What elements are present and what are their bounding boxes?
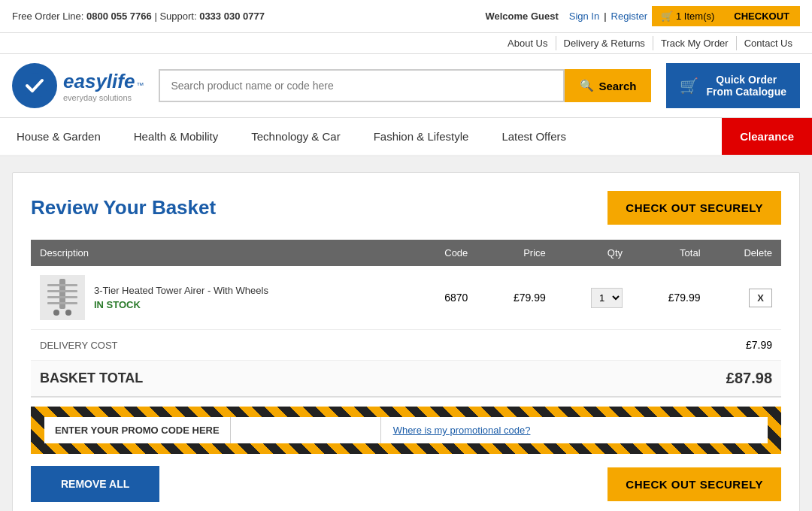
delivery-label: DELIVERY COST bbox=[31, 330, 632, 361]
logo-wrapper: easylife ™ everyday solutions bbox=[12, 63, 144, 108]
basket-container: Review Your Basket CHECK OUT SECURELY De… bbox=[12, 172, 800, 511]
col-code: Code bbox=[413, 240, 477, 266]
product-cell: 3-Tier Heated Tower Airer - With Wheels … bbox=[31, 266, 413, 330]
main-nav: House & Garden Health & Mobility Technol… bbox=[0, 118, 812, 157]
logo-icon bbox=[12, 63, 57, 108]
clearance-button[interactable]: Clearance bbox=[722, 118, 812, 155]
logo-text-area: easylife ™ everyday solutions bbox=[63, 70, 144, 102]
product-info: 3-Tier Heated Tower Airer - With Wheels … bbox=[40, 275, 404, 320]
support-phone: 0333 030 0777 bbox=[199, 11, 265, 22]
promo-inner: ENTER YOUR PROMO CODE HERE Where is my p… bbox=[44, 417, 768, 443]
col-total: Total bbox=[632, 240, 710, 266]
logo-brand: easylife bbox=[63, 70, 135, 93]
promo-section: ENTER YOUR PROMO CODE HERE Where is my p… bbox=[31, 407, 781, 454]
col-qty: Qty bbox=[555, 240, 632, 266]
top-bar: Free Order Line: 0800 055 7766 | Support… bbox=[0, 0, 812, 33]
quick-order-button[interactable]: 🛒 Quick OrderFrom Catalogue bbox=[666, 63, 800, 108]
welcome-text: Welcome Guest bbox=[485, 11, 558, 22]
quick-order-cart-icon: 🛒 bbox=[680, 77, 698, 95]
col-price: Price bbox=[477, 240, 555, 266]
promo-code-label: ENTER YOUR PROMO CODE HERE bbox=[44, 417, 230, 443]
contact-us-link[interactable]: Contact Us bbox=[737, 36, 800, 50]
product-details: 3-Tier Heated Tower Airer - With Wheels … bbox=[94, 285, 268, 310]
total-row: BASKET TOTAL £87.98 bbox=[31, 361, 781, 398]
logo-tagline: everyday solutions bbox=[63, 93, 144, 102]
basket-total-amount: £87.98 bbox=[632, 361, 781, 398]
product-code-cell: 6870 bbox=[413, 266, 477, 330]
svg-rect-4 bbox=[47, 290, 77, 292]
svg-rect-3 bbox=[47, 284, 77, 286]
promo-help-link[interactable]: Where is my promotional code? bbox=[380, 417, 543, 443]
track-order-link[interactable]: Track My Order bbox=[653, 36, 737, 50]
col-description: Description bbox=[31, 240, 413, 266]
basket-table: Description Code Price Qty Total Delete bbox=[31, 240, 781, 398]
promo-code-input[interactable] bbox=[230, 417, 380, 443]
nav-latest-offers[interactable]: Latest Offers bbox=[485, 118, 583, 155]
basket-total-label: BASKET TOTAL bbox=[31, 361, 632, 398]
quantity-select[interactable]: 1 2 3 4 5 bbox=[591, 288, 623, 308]
delete-item-button[interactable]: X bbox=[749, 289, 772, 307]
delivery-cost: £7.99 bbox=[632, 330, 781, 361]
remove-all-button[interactable]: REMOVE ALL bbox=[31, 466, 159, 502]
sign-in-link[interactable]: Sign In bbox=[569, 11, 599, 22]
product-image bbox=[40, 275, 85, 320]
about-us-link[interactable]: About Us bbox=[500, 36, 556, 50]
product-price-cell: £79.99 bbox=[477, 266, 555, 330]
svg-rect-6 bbox=[47, 302, 77, 304]
basket-area[interactable]: 🛒 1 Item(s) bbox=[652, 6, 723, 26]
svg-rect-5 bbox=[47, 296, 77, 298]
checkout-top-button[interactable]: CHECKOUT bbox=[723, 6, 800, 26]
nav-fashion-lifestyle[interactable]: Fashion & Lifestyle bbox=[357, 118, 486, 155]
product-name: 3-Tier Heated Tower Airer - With Wheels bbox=[94, 285, 268, 296]
svg-point-7 bbox=[53, 310, 59, 316]
product-stock-status: IN STOCK bbox=[94, 299, 268, 310]
checkout-secure-bottom-button[interactable]: CHECK OUT SECURELY bbox=[607, 467, 781, 501]
search-icon: 🔍 bbox=[580, 79, 594, 92]
delivery-row: DELIVERY COST £7.99 bbox=[31, 330, 781, 361]
support-label: | Support: bbox=[154, 11, 196, 22]
promo-stripe: ENTER YOUR PROMO CODE HERE Where is my p… bbox=[31, 407, 781, 454]
product-total-cell: £79.99 bbox=[632, 266, 710, 330]
main-content: Review Your Basket CHECK OUT SECURELY De… bbox=[0, 157, 812, 511]
delivery-returns-link[interactable]: Delivery & Returns bbox=[556, 36, 653, 50]
secondary-nav: About Us Delivery & Returns Track My Ord… bbox=[0, 33, 812, 54]
nav-house-garden[interactable]: House & Garden bbox=[0, 118, 117, 155]
product-qty-cell: 1 2 3 4 5 bbox=[555, 266, 632, 330]
svg-point-8 bbox=[65, 310, 71, 316]
basket-items-count: 1 Item(s) bbox=[676, 11, 714, 22]
top-bar-right: Welcome Guest Sign In | Register 🛒 1 Ite… bbox=[485, 6, 800, 26]
search-button[interactable]: 🔍 Search bbox=[565, 69, 651, 102]
basket-title: Review Your Basket bbox=[31, 196, 216, 219]
delete-cell: X bbox=[710, 266, 781, 330]
bottom-actions: REMOVE ALL CHECK OUT SECURELY bbox=[31, 466, 781, 502]
basket-header: Review Your Basket CHECK OUT SECURELY bbox=[31, 191, 781, 225]
free-order-phone: 0800 055 7766 bbox=[86, 11, 152, 22]
header: easylife ™ everyday solutions 🔍 Search 🛒… bbox=[0, 54, 812, 118]
register-link[interactable]: Register bbox=[611, 11, 647, 22]
table-header-row: Description Code Price Qty Total Delete bbox=[31, 240, 781, 266]
contact-info: Free Order Line: 0800 055 7766 | Support… bbox=[12, 11, 265, 22]
col-delete: Delete bbox=[710, 240, 781, 266]
search-input[interactable] bbox=[159, 69, 565, 102]
quick-order-label: Quick OrderFrom Catalogue bbox=[706, 74, 786, 98]
basket-icon: 🛒 bbox=[661, 11, 673, 22]
nav-health-mobility[interactable]: Health & Mobility bbox=[117, 118, 235, 155]
table-row: 3-Tier Heated Tower Airer - With Wheels … bbox=[31, 266, 781, 330]
checkout-secure-top-button[interactable]: CHECK OUT SECURELY bbox=[607, 191, 781, 225]
free-order-label: Free Order Line: bbox=[12, 11, 83, 22]
nav-technology-car[interactable]: Technology & Car bbox=[235, 118, 356, 155]
search-btn-label: Search bbox=[598, 80, 636, 92]
search-area: 🔍 Search bbox=[159, 69, 651, 102]
